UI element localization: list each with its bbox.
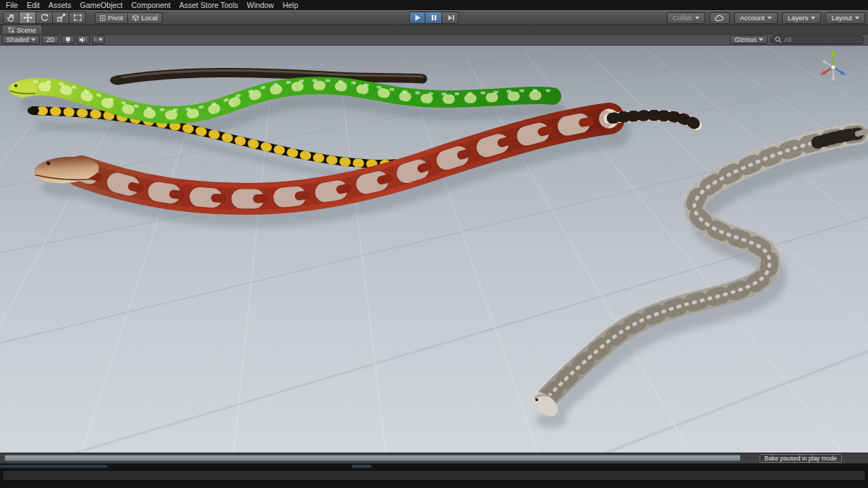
unity-editor-window: File Edit Assets GameObject Component As…	[0, 0, 868, 488]
scale-tool-button[interactable]	[53, 12, 69, 24]
step-button[interactable]	[443, 12, 459, 24]
layout-label: Layout	[831, 14, 852, 22]
pivot-local-toggles: Pivot Local	[95, 12, 163, 24]
scene-search-input[interactable]	[784, 36, 860, 43]
scale-tool-icon	[56, 13, 66, 22]
dock-handle[interactable]	[2, 470, 866, 481]
rotate-tool-button[interactable]	[36, 12, 53, 24]
2d-toggle-button[interactable]: 2D	[42, 35, 59, 44]
scene-orientation-gizmo[interactable]	[820, 50, 846, 80]
menu-file[interactable]: File	[1, 0, 22, 10]
local-label: Local	[141, 14, 158, 22]
menu-bar: File Edit Assets GameObject Component As…	[0, 0, 868, 10]
cloud-services-button[interactable]	[710, 12, 730, 24]
bottom-dock-panel	[0, 463, 868, 488]
chevron-down-icon	[767, 17, 772, 20]
step-icon	[446, 13, 455, 22]
lighting-icon	[64, 36, 72, 44]
scene-toolbar-right: Gizmos	[730, 35, 866, 44]
play-icon	[413, 13, 422, 22]
chevron-down-icon	[31, 38, 35, 41]
audio-icon	[79, 36, 87, 43]
toolbar-right-group: Collab Account Layers Layout	[667, 12, 865, 24]
menu-gameobject[interactable]: GameObject	[76, 0, 127, 10]
menu-window[interactable]: Window	[242, 0, 278, 10]
horizontal-scrollbar-thumb[interactable]	[4, 455, 741, 461]
chevron-down-icon	[855, 17, 859, 20]
playmode-controls	[409, 12, 459, 24]
chevron-down-icon	[98, 38, 103, 41]
rotate-tool-icon	[40, 13, 49, 22]
menu-asset-store-tools[interactable]: Asset Store Tools	[175, 0, 243, 10]
gizmos-label: Gizmos	[734, 36, 757, 43]
collab-dropdown[interactable]: Collab	[667, 12, 705, 24]
collab-label: Collab	[673, 14, 692, 22]
scene-tab-label: Scene	[17, 26, 36, 34]
dock-highlight-left	[0, 465, 107, 468]
pause-icon	[429, 13, 438, 22]
hand-tool-button[interactable]	[3, 12, 20, 24]
dock-highlight-mid	[352, 465, 371, 468]
bake-status-badge[interactable]: Bake paused in play mode	[760, 454, 842, 463]
scene-search-field[interactable]	[770, 35, 864, 44]
pause-button[interactable]	[426, 12, 443, 24]
view-tab-bar: Scene	[0, 25, 868, 35]
scene-effects-dropdown[interactable]	[92, 35, 105, 44]
2d-label: 2D	[46, 36, 55, 43]
move-tool-button[interactable]	[20, 12, 36, 24]
shading-mode-dropdown[interactable]: Shaded	[2, 35, 40, 44]
pivot-label: Pivot	[108, 14, 123, 22]
pivot-toggle-button[interactable]: Pivot	[95, 12, 128, 24]
chevron-down-icon	[759, 38, 763, 41]
scene-view-toolbar: Shaded 2D Gizmos	[0, 35, 868, 46]
account-dropdown[interactable]: Account	[734, 12, 778, 24]
rect-tool-button[interactable]	[69, 12, 86, 24]
cloud-icon	[715, 14, 725, 22]
status-bar: Bake paused in play mode	[0, 453, 868, 463]
menu-component[interactable]: Component	[127, 0, 174, 10]
brown-snake-model[interactable]	[110, 70, 422, 85]
effects-icon	[94, 36, 96, 43]
menu-edit[interactable]: Edit	[22, 0, 44, 10]
local-toggle-button[interactable]: Local	[128, 12, 163, 24]
main-toolbar: Pivot Local Collab	[0, 10, 868, 25]
rect-tool-icon	[73, 13, 82, 22]
chevron-down-icon	[811, 17, 815, 20]
local-axes-icon	[132, 14, 139, 21]
scene-tab[interactable]: Scene	[1, 25, 43, 34]
hand-tool-icon	[7, 13, 16, 22]
move-tool-icon	[23, 13, 33, 22]
play-button[interactable]	[409, 12, 426, 24]
scene-tab-icon	[8, 27, 14, 33]
menu-help[interactable]: Help	[278, 0, 303, 10]
layers-dropdown[interactable]: Layers	[782, 12, 822, 24]
shading-mode-label: Shaded	[7, 36, 29, 43]
transform-tools	[3, 12, 86, 24]
scene-viewport[interactable]	[0, 46, 868, 453]
scene-3d-content	[0, 46, 868, 453]
scene-audio-toggle[interactable]	[77, 35, 90, 44]
gizmos-dropdown[interactable]: Gizmos	[730, 35, 767, 44]
search-icon	[775, 36, 782, 43]
chevron-down-icon	[695, 17, 699, 20]
gray-rattlesnake-model[interactable]	[526, 132, 866, 421]
account-label: Account	[740, 14, 765, 22]
scene-lighting-toggle[interactable]	[61, 35, 75, 44]
layout-dropdown[interactable]: Layout	[825, 12, 865, 24]
pivot-icon	[100, 15, 106, 21]
layers-label: Layers	[788, 14, 809, 22]
menu-assets[interactable]: Assets	[44, 0, 76, 10]
